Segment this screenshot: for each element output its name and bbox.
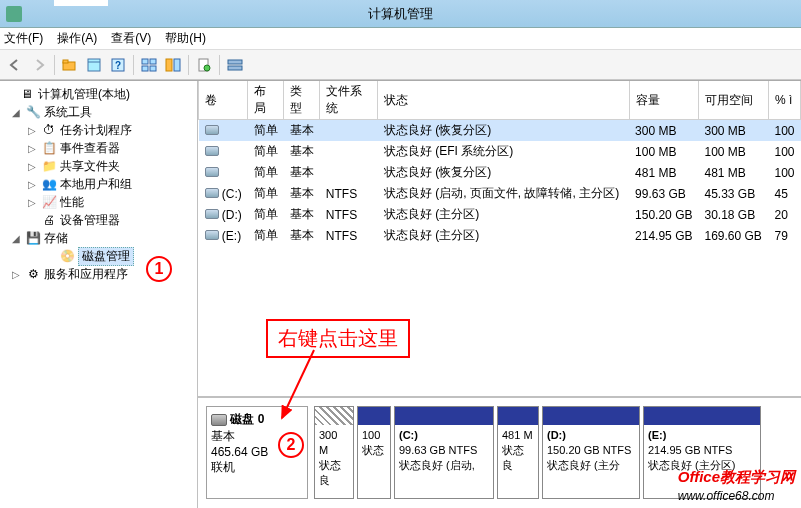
col-type[interactable]: 类型 xyxy=(284,81,320,120)
col-layout[interactable]: 布局 xyxy=(248,81,284,120)
table-row[interactable]: (E:) 简单基本NTFS状态良好 (主分区) 214.95 GB169.60 … xyxy=(199,225,801,246)
svg-rect-14 xyxy=(228,60,242,64)
partition[interactable]: 100状态 xyxy=(357,406,391,499)
tree-task-scheduler[interactable]: ▷⏱任务计划程序 xyxy=(0,121,197,139)
partition[interactable]: 300 M状态良 xyxy=(314,406,354,499)
col-fs[interactable]: 文件系统 xyxy=(320,81,378,120)
views-button-2[interactable] xyxy=(162,54,184,76)
tree-event-viewer[interactable]: ▷📋事件查看器 xyxy=(0,139,197,157)
refresh-button[interactable] xyxy=(193,54,215,76)
toolbar: ? xyxy=(0,50,801,80)
svg-rect-10 xyxy=(166,59,172,71)
help-button[interactable]: ? xyxy=(107,54,129,76)
tree-system-tools[interactable]: ◢🔧系统工具 xyxy=(0,103,197,121)
up-button[interactable] xyxy=(59,54,81,76)
back-button[interactable] xyxy=(4,54,26,76)
table-row[interactable]: (D:) 简单基本NTFS状态良好 (主分区) 150.20 GB30.18 G… xyxy=(199,204,801,225)
sidebar-tree[interactable]: 🖥计算机管理(本地) ◢🔧系统工具 ▷⏱任务计划程序 ▷📋事件查看器 ▷📁共享文… xyxy=(0,81,198,508)
table-row[interactable]: (C:) 简单基本NTFS状态良好 (启动, 页面文件, 故障转储, 主分区) … xyxy=(199,183,801,204)
menu-action[interactable]: 操作(A) xyxy=(57,30,97,47)
svg-rect-9 xyxy=(150,66,156,71)
col-status[interactable]: 状态 xyxy=(378,81,629,120)
tree-performance[interactable]: ▷📈性能 xyxy=(0,193,197,211)
title-bar: 计算机管理 xyxy=(0,0,801,28)
watermark: Office教程学习网 www.office68.com xyxy=(678,468,795,504)
menu-file[interactable]: 文件(F) xyxy=(4,30,43,47)
volume-icon xyxy=(205,167,219,177)
svg-rect-7 xyxy=(150,59,156,64)
tree-shared-folders[interactable]: ▷📁共享文件夹 xyxy=(0,157,197,175)
annotation-tip: 右键点击这里 xyxy=(266,319,410,358)
col-capacity[interactable]: 容量 xyxy=(629,81,698,120)
svg-text:?: ? xyxy=(115,60,121,71)
svg-rect-8 xyxy=(142,66,148,71)
props-button[interactable] xyxy=(83,54,105,76)
menu-bar: 文件(F) 操作(A) 查看(V) 帮助(H) xyxy=(0,28,801,50)
svg-rect-15 xyxy=(228,66,242,70)
window-title: 计算机管理 xyxy=(368,5,433,23)
volume-icon xyxy=(205,188,219,198)
svg-rect-6 xyxy=(142,59,148,64)
svg-rect-1 xyxy=(63,60,68,63)
tree-local-users[interactable]: ▷👥本地用户和组 xyxy=(0,175,197,193)
svg-rect-11 xyxy=(174,59,180,71)
col-free[interactable]: 可用空间 xyxy=(698,81,768,120)
partition[interactable]: 481 M状态良 xyxy=(497,406,539,499)
views-button-1[interactable] xyxy=(138,54,160,76)
app-icon xyxy=(6,6,22,22)
volume-table[interactable]: 卷 布局 类型 文件系统 状态 容量 可用空间 % ì 简单基本状态良好 (恢复… xyxy=(198,81,801,246)
disk-icon xyxy=(211,414,227,426)
forward-button[interactable] xyxy=(28,54,50,76)
volume-icon xyxy=(205,146,219,156)
table-row[interactable]: 简单基本状态良好 (EFI 系统分区) 100 MB100 MB100 xyxy=(199,141,801,162)
annotation-circle-1: 1 xyxy=(146,256,172,282)
tree-root[interactable]: 🖥计算机管理(本地) xyxy=(0,85,197,103)
tree-device-manager[interactable]: 🖨设备管理器 xyxy=(0,211,197,229)
volume-icon xyxy=(205,209,219,219)
menu-help[interactable]: 帮助(H) xyxy=(165,30,206,47)
col-vol[interactable]: 卷 xyxy=(199,81,248,120)
volume-icon xyxy=(205,125,219,135)
annotation-circle-2: 2 xyxy=(278,432,304,458)
disk-list-button[interactable] xyxy=(224,54,246,76)
volume-icon xyxy=(205,230,219,240)
partition[interactable]: (D:)150.20 GB NTFS状态良好 (主分 xyxy=(542,406,640,499)
partition[interactable]: (C:)99.63 GB NTFS状态良好 (启动, xyxy=(394,406,494,499)
tree-storage[interactable]: ◢💾存储 xyxy=(0,229,197,247)
svg-point-13 xyxy=(204,65,210,71)
col-pct[interactable]: % ì xyxy=(768,81,800,120)
table-row[interactable]: 简单基本状态良好 (恢复分区) 300 MB300 MB100 xyxy=(199,120,801,142)
svg-rect-2 xyxy=(88,59,100,71)
table-row[interactable]: 简单基本状态良好 (恢复分区) 481 MB481 MB100 xyxy=(199,162,801,183)
menu-view[interactable]: 查看(V) xyxy=(111,30,151,47)
